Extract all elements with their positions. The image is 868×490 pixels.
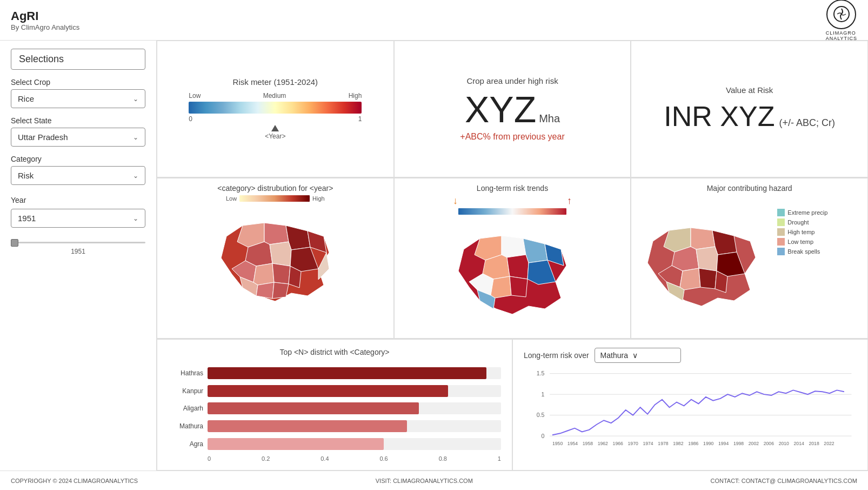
footer-visit: VISIT: CLIMAGROANALYTICS.COM <box>376 478 473 484</box>
line-chart-svg: 1.5 1 0.5 0 1950 1954 1958 1962 1966 197… <box>524 368 857 462</box>
svg-text:0: 0 <box>542 433 545 439</box>
logo-text: CLIMAGROANALYTICS <box>826 30 857 41</box>
year-value: 1951 <box>18 214 36 223</box>
svg-text:1966: 1966 <box>613 441 623 446</box>
risk-meter-labels: Low Medium High <box>189 92 362 100</box>
category-map-svg <box>210 204 340 317</box>
crop-dropdown[interactable]: Rice ⌄ <box>11 89 145 108</box>
value-at-risk-title: Value at Risk <box>726 85 773 95</box>
app-title-block: AgRI By ClimAgro Analytics <box>11 9 79 31</box>
svg-text:1954: 1954 <box>567 441 578 446</box>
year-slider[interactable] <box>11 242 145 243</box>
category-field: Category Risk ⌄ <box>11 155 145 185</box>
up-arrow-icon: ↑ <box>567 195 572 207</box>
risk-marker: <Year> <box>265 125 285 140</box>
legend-item-break-spells: Break spells <box>777 248 827 255</box>
svg-text:2014: 2014 <box>794 441 804 446</box>
line-chart-header: Long-term risk over Mathura ∨ <box>524 348 857 363</box>
risk-meter-card: Risk meter (1951-2024) Low Medium High 0… <box>157 41 394 177</box>
footer-copyright: COPYRIOGHY © 2024 CLIMAGROANALYTICS <box>11 478 138 484</box>
svg-text:2010: 2010 <box>779 441 789 446</box>
svg-text:0.5: 0.5 <box>537 412 545 418</box>
app-title: AgRI <box>11 9 79 23</box>
crop-value: Rice <box>18 94 34 103</box>
trend-legend <box>458 208 566 215</box>
value-at-risk-suffix: (+/- ABC; Cr) <box>779 117 835 129</box>
svg-text:2018: 2018 <box>809 441 819 446</box>
district-value: Mathura <box>600 351 628 360</box>
bar-fill-kanpur <box>208 385 448 397</box>
year-label: Year <box>11 196 145 204</box>
logo-icon <box>826 0 856 29</box>
crop-area-title: Crop area under high risk <box>466 76 558 85</box>
bar-row-mathura: Mathura <box>168 420 501 432</box>
svg-text:1958: 1958 <box>583 441 593 446</box>
trend-arrows: ↓ ↑ <box>453 195 572 207</box>
svg-text:1.5: 1.5 <box>537 370 545 376</box>
bar-row-hathras: Hathras <box>168 367 501 379</box>
svg-text:1998: 1998 <box>733 441 744 446</box>
svg-text:1962: 1962 <box>598 441 608 446</box>
svg-text:1950: 1950 <box>552 441 563 446</box>
value-at-risk-value-row: INR XYZ (+/- ABC; Cr) <box>664 100 835 133</box>
year-field: Year 1951 ⌄ 1951 <box>11 196 145 255</box>
risk-gradient-bar <box>189 102 362 114</box>
crop-area-value-row: XYZ Mha <box>465 91 560 128</box>
bar-row-kanpur: Kanpur <box>168 385 501 397</box>
slider-display: 1951 <box>11 248 145 255</box>
svg-text:2006: 2006 <box>764 441 774 446</box>
value-at-risk-card: Value at Risk INR XYZ (+/- ABC; Cr) <box>631 41 868 177</box>
year-dropdown[interactable]: 1951 ⌄ <box>11 209 145 228</box>
crop-area-unit: Mha <box>539 112 560 125</box>
line-chart-title: Long-term risk over <box>524 351 589 360</box>
svg-text:1990: 1990 <box>703 441 713 446</box>
svg-text:2022: 2022 <box>824 441 834 446</box>
break-spells-color <box>777 248 785 255</box>
bar-fill-hathras <box>208 367 486 379</box>
bar-fill-agra <box>208 438 384 450</box>
category-label: Category <box>11 155 145 163</box>
svg-text:1994: 1994 <box>718 441 729 446</box>
legend-item-low-temp: Low temp <box>777 238 827 246</box>
hazard-map-card: Major contributing hazard <box>631 178 868 339</box>
bar-fill-mathura <box>208 420 407 432</box>
crop-area-value: XYZ <box>465 91 536 128</box>
crop-area-card: Crop area under high risk XYZ Mha +ABC% … <box>394 41 631 177</box>
trend-legend-gradient <box>458 208 566 215</box>
bar-row-aligarh: Aligarh <box>168 402 501 414</box>
trend-map-svg <box>448 217 577 330</box>
logo: CLIMAGROANALYTICS <box>826 0 857 41</box>
selections-label: Selections <box>11 49 145 70</box>
bar-chart: Hathras Kanpur Aligarh <box>168 365 501 453</box>
svg-text:1982: 1982 <box>673 441 683 446</box>
state-dropdown[interactable]: Uttar Pradesh ⌄ <box>11 128 145 147</box>
drought-color <box>777 218 785 226</box>
state-field: Select State Uttar Pradesh ⌄ <box>11 116 145 147</box>
category-dropdown[interactable]: Risk ⌄ <box>11 166 145 185</box>
footer-contact: CONTACT: CONTACT@ CLIMAGROANALYTICS.COM <box>710 478 857 484</box>
category-dropdown-arrow: ⌄ <box>133 172 138 180</box>
state-value: Uttar Pradesh <box>18 133 68 142</box>
crop-field: Select Crop Rice ⌄ <box>11 78 145 108</box>
legend-item-high-temp: High temp <box>777 228 827 236</box>
sidebar: Selections Select Crop Rice ⌄ Select Sta… <box>0 41 157 471</box>
legend-item-drought: Drought <box>777 218 827 226</box>
bar-fill-aligarh <box>208 402 419 414</box>
category-map-legend: Low High <box>226 195 325 202</box>
crop-dropdown-arrow: ⌄ <box>133 95 138 103</box>
hazard-map-svg <box>637 209 772 328</box>
district-dropdown[interactable]: Mathura ∨ <box>595 348 681 363</box>
bar-axis: 0 0.2 0.4 0.6 0.8 1 <box>168 455 501 462</box>
line-chart-card: Long-term risk over Mathura ∨ <box>512 339 868 471</box>
bar-chart-card: Top <N> district with <Category> Hathras… <box>157 339 512 471</box>
bar-chart-title: Top <N> district with <Category> <box>168 348 501 356</box>
extreme-precip-color <box>777 209 785 216</box>
crop-label: Select Crop <box>11 78 145 87</box>
svg-text:1970: 1970 <box>628 441 638 446</box>
risk-meter-title: Risk meter (1951-2024) <box>233 77 318 87</box>
svg-text:2002: 2002 <box>749 441 759 446</box>
legend-item-extreme-precip: Extreme precip <box>777 209 827 216</box>
marker-triangle-icon <box>271 125 279 131</box>
svg-text:1974: 1974 <box>643 441 653 446</box>
state-label: Select State <box>11 116 145 125</box>
